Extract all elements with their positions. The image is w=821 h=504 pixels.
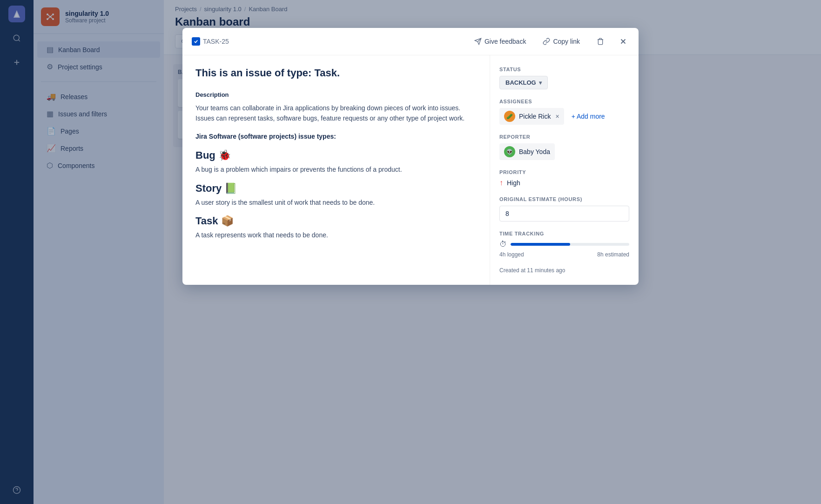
task-type-desc: A task represents work that needs to be … (195, 230, 477, 240)
task-type-name: Task 📦 (195, 215, 477, 227)
progress-bar-fill (511, 243, 570, 246)
assignees-section: ASSIGNEES 🥒 Pickle Rick × + Add more (499, 99, 629, 125)
give-feedback-btn[interactable]: Give feedback (471, 36, 530, 47)
modal-header-actions: Give feedback Copy link (471, 35, 629, 47)
time-tracking-row: ⏱ (499, 240, 629, 249)
issue-title: This is an issue of type: Task. (195, 67, 477, 80)
bug-type-name: Bug 🐞 (195, 149, 477, 161)
copy-link-icon (543, 38, 550, 45)
assignee-remove-btn[interactable]: × (555, 113, 559, 120)
priority-row: ↑ High (499, 179, 629, 187)
time-estimated: 8h estimated (597, 251, 629, 258)
priority-label: PRIORITY (499, 169, 629, 175)
progress-bar-track (511, 243, 629, 246)
copy-link-btn[interactable]: Copy link (539, 36, 584, 47)
timer-icon: ⏱ (499, 240, 507, 249)
priority-section: PRIORITY ↑ High (499, 169, 629, 187)
time-logged: 4h logged (499, 251, 524, 258)
assignee-pickle-rick: 🥒 Pickle Rick × (499, 108, 564, 125)
priority-value: High (507, 179, 520, 187)
status-label: STATUS (499, 67, 629, 72)
description-text: Your teams can collaborate in Jira appli… (195, 103, 477, 124)
bug-type-desc: A bug is a problem which impairs or prev… (195, 164, 477, 175)
give-feedback-label: Give feedback (485, 38, 526, 45)
estimate-input[interactable] (499, 206, 629, 222)
issue-types-heading: Jira Software (software projects) issue … (195, 133, 477, 140)
modal-header: TASK-25 Give feedback Copy l (182, 28, 639, 55)
issue-type-task: Task 📦 A task represents work that needs… (195, 215, 477, 240)
task-type-icon (192, 37, 200, 46)
time-tracking-label: TIME TRACKING (499, 231, 629, 236)
reporter-avatar: 👽 (504, 146, 515, 157)
issue-type-story: Story 📗 A user story is the smallest uni… (195, 182, 477, 208)
delete-btn[interactable] (593, 36, 608, 47)
story-type-desc: A user story is the smallest unit of wor… (195, 197, 477, 208)
reporter-section: REPORTER 👽 Baby Yoda (499, 134, 629, 160)
copy-link-label: Copy link (553, 38, 580, 45)
modal-right-panel: STATUS BACKLOG ▾ ASSIGNEES 🥒 Pickle Ric (490, 55, 639, 285)
delete-icon (597, 38, 604, 45)
modal-body: This is an issue of type: Task. Descript… (182, 55, 639, 285)
status-section: STATUS BACKLOG ▾ (499, 67, 629, 89)
estimate-label: ORIGINAL ESTIMATE (HOURS) (499, 196, 629, 202)
task-badge: TASK-25 (192, 37, 229, 46)
modal-overlay[interactable]: TASK-25 Give feedback Copy l (0, 0, 821, 504)
assignee-avatar: 🥒 (504, 111, 515, 122)
time-tracking-section: TIME TRACKING ⏱ 4h logged 8h estimated (499, 231, 629, 258)
reporter-row: 👽 Baby Yoda (499, 143, 555, 160)
description-label: Description (195, 91, 477, 98)
task-id: TASK-25 (203, 38, 229, 45)
issue-type-bug: Bug 🐞 A bug is a problem which impairs o… (195, 149, 477, 175)
status-value: BACKLOG (505, 79, 536, 86)
modal-left-panel: This is an issue of type: Task. Descript… (182, 55, 490, 285)
add-more-btn[interactable]: + Add more (572, 113, 605, 120)
story-type-name: Story 📗 (195, 182, 477, 195)
reporter-label: REPORTER (499, 134, 629, 140)
reporter-name: Baby Yoda (519, 148, 550, 155)
assignee-name: Pickle Rick (519, 113, 551, 120)
estimate-section: ORIGINAL ESTIMATE (HOURS) (499, 196, 629, 222)
chevron-down-icon: ▾ (539, 80, 542, 86)
created-at: Created at 11 minutes ago (499, 267, 629, 274)
status-dropdown-btn[interactable]: BACKLOG ▾ (499, 76, 548, 89)
time-labels: 4h logged 8h estimated (499, 251, 629, 258)
priority-up-icon: ↑ (499, 179, 503, 187)
feedback-icon (474, 38, 482, 45)
close-btn[interactable] (617, 35, 629, 47)
assignees-label: ASSIGNEES (499, 99, 629, 104)
close-icon (619, 37, 627, 46)
issue-modal: TASK-25 Give feedback Copy l (182, 28, 639, 285)
